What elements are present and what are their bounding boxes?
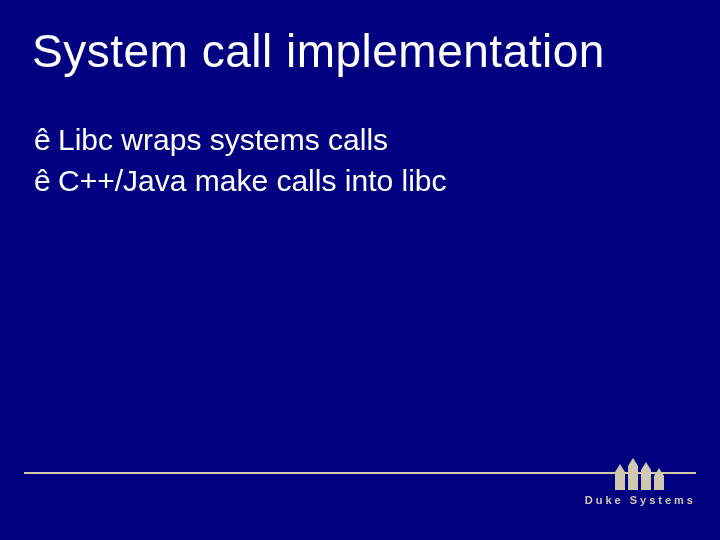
brand-name: Duke Systems (585, 494, 696, 506)
bullet-marker: ê (34, 120, 58, 161)
slide: System call implementation ê Libc wraps … (0, 0, 720, 540)
bullet-marker: ê (34, 161, 58, 202)
bullet-item: ê Libc wraps systems calls (34, 120, 688, 161)
slide-footer: Duke Systems (24, 450, 696, 506)
bullet-list: ê Libc wraps systems calls ê C++/Java ma… (32, 120, 688, 201)
slide-title: System call implementation (32, 24, 688, 78)
bullet-text: Libc wraps systems calls (58, 120, 388, 161)
brand-logo: Duke Systems (585, 456, 696, 506)
brand-logo-icon (613, 456, 667, 490)
bullet-text: C++/Java make calls into libc (58, 161, 447, 202)
bullet-item: ê C++/Java make calls into libc (34, 161, 688, 202)
